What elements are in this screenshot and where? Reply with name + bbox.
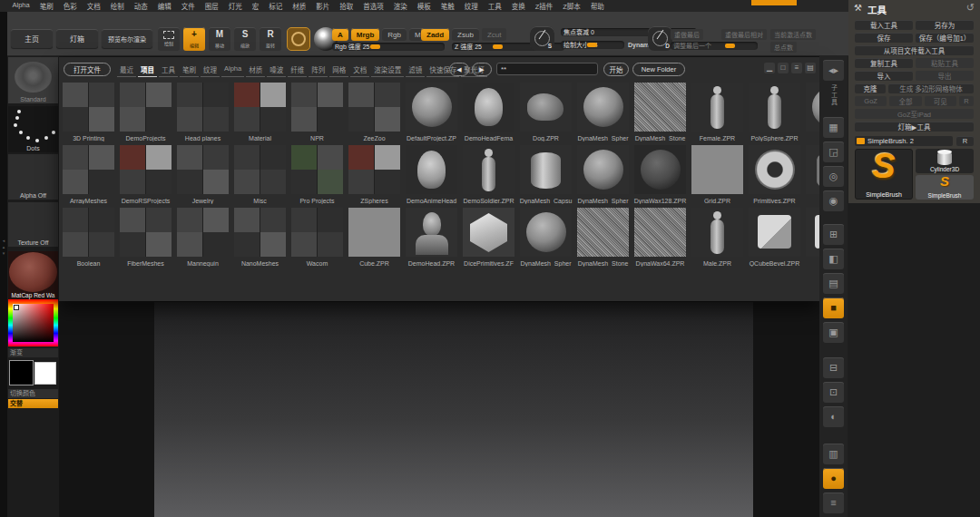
scroll-icon[interactable]: ⊟: [823, 357, 844, 378]
menu-item-Alpha[interactable]: Alpha: [7, 1, 34, 11]
tool-button-GoZ[interactable]: GoZ: [855, 96, 887, 106]
menu-item-色彩[interactable]: 色彩: [58, 1, 82, 11]
lightbox-item[interactable]: QCu: [806, 143, 819, 206]
lightbox-item[interactable]: DemoHead.ZPR: [406, 206, 457, 268]
menu-item-编辑[interactable]: 编辑: [152, 1, 176, 11]
tab-网格[interactable]: 网格: [329, 63, 348, 77]
home-button[interactable]: 主页: [11, 29, 53, 48]
open-file-button[interactable]: 打开文件: [64, 63, 111, 76]
lightbox-item[interactable]: DynaWax128.ZPR: [634, 143, 686, 206]
menu-item-帮助[interactable]: 帮助: [585, 1, 609, 11]
mode-A-button[interactable]: A: [332, 28, 348, 41]
scale-mode-button[interactable]: S缩放: [234, 27, 256, 51]
thumb-view-icon[interactable]: ▤: [805, 63, 816, 73]
tool-button-灯箱▶工具[interactable]: 灯箱▶工具: [855, 122, 974, 132]
move-mode-button[interactable]: M移动: [209, 27, 230, 51]
tab-滤镜[interactable]: 滤镜: [406, 63, 425, 77]
gradient-button[interactable]: 渐变: [8, 348, 58, 357]
menu-item-动态[interactable]: 动态: [129, 1, 152, 11]
lightbox-item[interactable]: DicePrimitives.ZF: [463, 206, 514, 268]
mode-Zcut-button[interactable]: Zcut: [482, 28, 507, 41]
menu-item-笔刷[interactable]: 笔刷: [34, 1, 58, 11]
tab-工具[interactable]: 工具: [159, 63, 178, 77]
tool-button-复制工具[interactable]: 复制工具: [855, 58, 913, 68]
symmetry-icon[interactable]: ◉: [823, 190, 844, 211]
tool-button-全部[interactable]: 全部: [889, 96, 921, 106]
tool-button-克隆[interactable]: 克隆: [855, 83, 886, 93]
tab-Alpha[interactable]: Alpha: [221, 63, 244, 77]
persp-icon[interactable]: ◐: [823, 406, 844, 427]
lightbox-item[interactable]: Male.ZPR: [691, 206, 743, 268]
nav-next-button[interactable]: ▶: [472, 63, 492, 76]
menu-item-纹理[interactable]: 纹理: [459, 1, 483, 11]
lightbox-item[interactable]: DynaMesh_Spher: [520, 206, 572, 268]
lightbox-item[interactable]: DemoSoldier.ZPR: [463, 143, 514, 206]
current-alpha-button[interactable]: Alpha Off: [8, 154, 58, 200]
tab-纤维[interactable]: 纤维: [288, 63, 307, 77]
mode-Mrgb-button[interactable]: Mrgb: [351, 28, 380, 41]
menu-item-宏[interactable]: 宏: [247, 1, 264, 11]
redo-last-relative-button[interactable]: 重做最后相对: [721, 29, 767, 40]
menu-item-材质[interactable]: 材质: [288, 1, 311, 11]
lightbox-item[interactable]: DemoHeadFema: [463, 81, 514, 143]
tool-button-生成 多边形网格物体[interactable]: 生成 多边形网格物体: [888, 83, 974, 93]
lightbox-item[interactable]: DemoProjects: [120, 81, 172, 143]
tab-文档[interactable]: 文档: [350, 63, 369, 77]
main-color-swatch[interactable]: [9, 360, 34, 385]
lightbox-item[interactable]: DynaMesh_Capsu: [520, 143, 572, 206]
tool-button-导入[interactable]: 导入: [855, 71, 913, 81]
lightbox-item[interactable]: Dog.ZPR: [520, 81, 572, 143]
lightbox-item[interactable]: Misc: [234, 143, 286, 206]
lightbox-item[interactable]: DynaMesh_Spher: [577, 81, 629, 143]
frame-icon[interactable]: ▣: [823, 322, 844, 343]
lightbox-item[interactable]: Sim: [806, 206, 819, 268]
transparency-icon[interactable]: ◲: [823, 141, 844, 162]
current-tool-thumbnail[interactable]: S SimpleBrush: [855, 149, 913, 200]
lightbox-item[interactable]: Jewelry: [177, 143, 229, 206]
mode-Zadd-button[interactable]: Zadd: [421, 28, 449, 41]
tab-阵列[interactable]: 阵列: [309, 63, 328, 77]
tool-button-导出[interactable]: 导出: [916, 71, 974, 81]
switch-color-button[interactable]: 切换颜色: [8, 389, 58, 398]
lightbox-item[interactable]: Cube.ZPR: [348, 206, 400, 268]
menu-item-工具[interactable]: 工具: [483, 1, 506, 11]
menu-item-渲染[interactable]: 渲染: [388, 1, 412, 11]
preview-boolean-button[interactable]: 预览布尔渲染: [102, 29, 152, 48]
lightbox-item[interactable]: DynaWax64.ZPR: [634, 206, 686, 268]
lightbox-item[interactable]: ZSpheres: [348, 143, 400, 206]
menu-item-拾取[interactable]: 拾取: [335, 1, 358, 11]
draw-size-slider[interactable]: 绘制大小 64: [561, 41, 624, 49]
menu-item-绘制[interactable]: 绘制: [105, 1, 129, 11]
tool-button-GoZ至iPad[interactable]: GoZ至iPad: [855, 109, 974, 119]
tab-纹理[interactable]: 纹理: [201, 63, 220, 77]
lightbox-item[interactable]: ArrayMeshes: [63, 143, 114, 206]
menu-item-影片[interactable]: 影片: [311, 1, 335, 11]
lightbox-item[interactable]: Pro Projects: [291, 143, 343, 206]
lightbox-item[interactable]: FiberMeshes: [120, 206, 172, 268]
adjust-last-slider[interactable]: 调整最后一个: [671, 42, 758, 50]
tab-噪波[interactable]: 噪波: [267, 63, 286, 77]
rotate-mode-button[interactable]: R旋转: [260, 27, 281, 51]
ghost-icon[interactable]: ◎: [823, 166, 844, 187]
lightbox-item[interactable]: Wacom: [291, 206, 343, 268]
lightbox-item[interactable]: DemoAnimeHead: [406, 143, 457, 206]
menu-item-首选项[interactable]: 首选项: [358, 1, 389, 11]
lightbox-item[interactable]: Boolean: [63, 206, 114, 268]
current-brush-button[interactable]: Standard: [8, 57, 58, 103]
single-view-icon[interactable]: □: [778, 63, 789, 73]
alt-color-button[interactable]: 交替: [8, 399, 58, 408]
stroke-curve-button[interactable]: S: [530, 26, 554, 51]
current-material-button[interactable]: MatCap Red Wa: [8, 251, 58, 299]
grid-icon[interactable]: ⊞: [823, 224, 844, 245]
menu-item-笔触[interactable]: 笔触: [436, 1, 459, 11]
menu-item-灯光[interactable]: 灯光: [223, 1, 247, 11]
lightbox-item[interactable]: Grid.ZPR: [691, 143, 743, 206]
bpr-icon[interactable]: ●: [823, 468, 844, 489]
mode-Rgb-button[interactable]: Rgb: [382, 28, 407, 41]
redo-last-button[interactable]: 重做最后: [671, 29, 703, 40]
menu-item-Z脚本[interactable]: Z脚本: [558, 1, 586, 11]
menu-item-模板[interactable]: 模板: [412, 1, 436, 11]
tool-button-粘贴工具[interactable]: 粘贴工具: [916, 58, 974, 68]
current-stroke-button[interactable]: Dots: [8, 106, 58, 152]
tab-项目[interactable]: 项目: [138, 63, 157, 77]
